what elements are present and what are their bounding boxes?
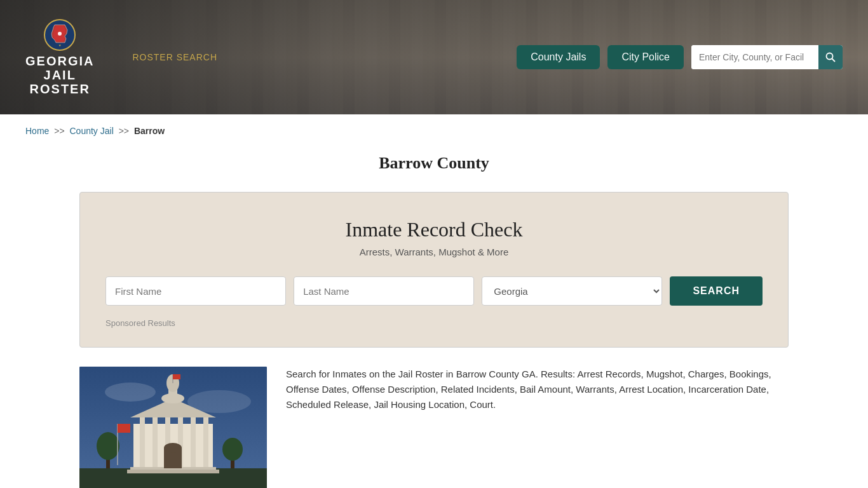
svg-point-9: [105, 383, 156, 402]
breadcrumb-home[interactable]: Home: [25, 126, 49, 136]
svg-rect-18: [203, 417, 208, 468]
header: ★ GEORGIA JAIL ROSTER ROSTER SEARCH Coun…: [0, 0, 868, 114]
city-police-button[interactable]: City Police: [607, 45, 684, 69]
first-name-input[interactable]: [105, 276, 286, 306]
sponsored-label: Sponsored Results: [105, 318, 763, 328]
svg-rect-21: [127, 470, 219, 473]
svg-rect-14: [153, 417, 158, 468]
svg-point-28: [164, 443, 182, 453]
logo-text-georgia: GEORGIA: [25, 54, 94, 68]
georgia-seal-icon: ★: [43, 18, 76, 51]
svg-point-3: [58, 32, 62, 36]
inmate-search-form: Georgia Alabama Florida Tennessee South …: [105, 276, 763, 306]
breadcrumb-sep1: >>: [54, 126, 64, 136]
svg-point-30: [97, 432, 119, 460]
svg-rect-26: [173, 374, 180, 379]
header-search-button[interactable]: [818, 45, 843, 69]
logo-text-jail: JAIL: [44, 68, 76, 82]
last-name-input[interactable]: [294, 276, 474, 306]
header-search-input[interactable]: [691, 45, 818, 69]
state-select[interactable]: Georgia Alabama Florida Tennessee South …: [482, 276, 662, 306]
breadcrumb-county-jail[interactable]: County Jail: [70, 126, 114, 136]
county-jails-button[interactable]: County Jails: [517, 45, 600, 69]
bottom-section: Search for Inmates on the Jail Roster in…: [0, 348, 868, 488]
header-search-bar: [691, 45, 843, 69]
inmate-record-section: Inmate Record Check Arrests, Warrants, M…: [79, 192, 789, 348]
svg-rect-17: [191, 417, 196, 468]
svg-rect-34: [118, 424, 130, 433]
courthouse-illustration: [79, 367, 267, 488]
inmate-record-subtitle: Arrests, Warrants, Mugshot & More: [105, 247, 763, 257]
page-title: Barrow County: [0, 154, 868, 173]
svg-point-5: [826, 53, 832, 60]
bottom-description: Search for Inmates on the Jail Roster in…: [286, 367, 789, 412]
svg-point-32: [222, 438, 243, 461]
search-button[interactable]: SEARCH: [670, 276, 763, 306]
svg-line-6: [832, 59, 835, 62]
svg-rect-13: [140, 417, 145, 468]
courthouse-image: [79, 367, 267, 488]
site-logo[interactable]: ★ GEORGIA JAIL ROSTER: [25, 18, 94, 96]
logo-text-roster: ROSTER: [30, 82, 90, 96]
roster-search-link[interactable]: ROSTER SEARCH: [132, 52, 217, 62]
inmate-record-title: Inmate Record Check: [105, 218, 763, 241]
breadcrumb: Home >> County Jail >> Barrow: [0, 114, 868, 147]
breadcrumb-sep2: >>: [119, 126, 129, 136]
breadcrumb-current: Barrow: [134, 126, 165, 136]
header-nav: County Jails City Police: [517, 45, 843, 69]
search-icon: [825, 52, 836, 62]
